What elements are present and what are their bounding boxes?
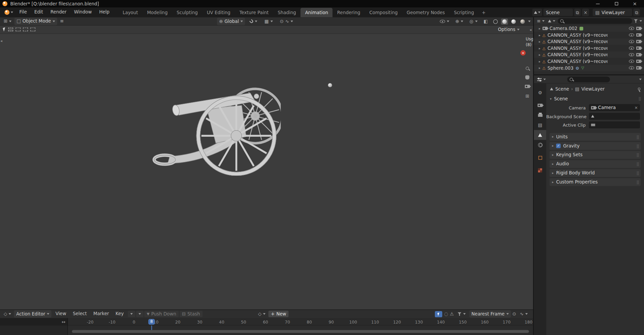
new-viewlayer-button[interactable]: ⧉ [634,9,640,16]
snap-mode-dropdown[interactable]: Nearest Frame [469,310,511,318]
workspace-tab-scripting[interactable]: Scripting [449,8,479,17]
proportional-icon[interactable]: ⊙ [513,311,516,317]
hide-viewport-icon[interactable] [629,66,634,70]
drag-handle-icon[interactable] [636,135,638,139]
tab-render[interactable] [534,100,546,110]
tab-scene[interactable] [534,130,546,140]
chevron-down-icon[interactable] [528,21,531,22]
snapping-toggle[interactable] [248,18,259,25]
tab-texture[interactable] [534,165,546,175]
zoom-icon[interactable] [526,67,529,70]
outliner-row-mesh[interactable]: ▸ CANNON_ASSY (v9~recovered).005 [534,52,644,58]
tab-tool[interactable]: ⚙ [534,88,546,97]
workspace-tab-sculpting[interactable]: Sculpting [172,8,202,17]
menu-key[interactable]: Key [112,310,127,318]
viewport-editor-type-button[interactable]: ⊞ [2,18,14,25]
outliner-row-camera[interactable]: ▸ Camera.002 [534,25,644,32]
shading-rendered-button[interactable] [519,18,526,24]
sidebar-expand-chevron[interactable]: ◂ [530,27,532,31]
shading-solid-button[interactable] [501,18,508,24]
select-mode-intersect-button[interactable] [30,28,35,31]
current-frame-badge[interactable]: 8 [148,319,155,325]
chevron-down-icon[interactable] [639,78,642,80]
disclosure-icon[interactable]: ▸ [539,60,540,63]
hide-viewport-icon[interactable] [629,40,634,43]
pan-hand-icon[interactable] [525,75,529,79]
cannon-model[interactable] [145,87,280,176]
snap-target-dropdown[interactable]: ▦ [262,18,275,25]
hide-render-icon[interactable] [636,53,641,57]
hide-render-icon[interactable] [636,33,641,37]
breadcrumb-viewlayer[interactable]: ViewLayer [581,86,605,92]
hide-render-icon[interactable] [636,46,641,50]
proportional-editing-toggle[interactable]: ⊙∿ [278,18,295,25]
mode-dropdown[interactable]: □Object Mode [14,18,57,25]
playhead-line[interactable] [151,326,152,330]
workspace-tab-compositing[interactable]: Compositing [365,8,402,17]
workspace-tab-layout[interactable]: Layout [118,8,143,17]
menu-view[interactable]: View [52,310,69,318]
extrapolation-dropdown[interactable]: ∿ [518,310,530,318]
chevron-down-icon[interactable] [640,20,642,22]
section-units[interactable]: ▸ Units [550,133,641,141]
menu-select[interactable]: Select [70,310,90,318]
pin-icon[interactable] [638,88,640,90]
workspace-tab-shading[interactable]: Shading [273,8,301,17]
drag-handle-icon[interactable] [636,171,638,175]
camera-field[interactable]: Camera × [589,104,640,111]
display-mode-dropdown[interactable] [547,17,556,25]
disclosure-icon[interactable]: ▸ [539,40,540,43]
maximize-button[interactable] [607,0,626,7]
section-gravity[interactable]: ▸ Gravity [550,142,641,150]
tab-output[interactable] [534,110,546,120]
overlays-dropdown[interactable]: ◎ [467,18,480,25]
browse-scene-button[interactable] [532,9,542,16]
close-button[interactable]: × [626,0,644,7]
outliner-search-input[interactable] [558,18,632,24]
properties-editor-type-button[interactable] [536,75,547,83]
menu-edit[interactable]: Edit [31,7,47,17]
minimize-button[interactable] [589,0,607,7]
menu-help[interactable]: Help [96,7,113,17]
only-selected-toggle[interactable] [435,311,443,317]
dope-sheet-channels[interactable] [0,326,533,335]
viewport-menus-collapsed-button[interactable]: ≡ [58,18,66,25]
hide-viewport-icon[interactable] [629,53,634,57]
viewlayer-name-field[interactable]: ▤ViewLayer [593,9,632,16]
hide-render-icon[interactable] [636,60,641,63]
outliner-editor-type-button[interactable]: ≡ [536,17,545,25]
select-tool-icon[interactable] [3,27,6,32]
workspace-tab-texture-paint[interactable]: Texture Paint [235,8,273,17]
dopesheet-mode-dropdown[interactable]: Action Editor [14,310,51,318]
disclosure-icon[interactable]: ▸ [539,33,540,37]
drag-handle-icon[interactable] [636,162,638,166]
layer-next-dropdown[interactable] [136,311,144,317]
menu-render[interactable]: Render [47,7,70,17]
outliner-row-mesh[interactable]: ▸ CANNON_ASSY (v9~recovered).001 [534,32,644,38]
drag-handle-icon[interactable] [639,97,641,101]
menu-file[interactable]: File [15,7,31,17]
select-mode-new-button[interactable] [8,28,13,31]
outliner-row-mesh[interactable]: ▸ CANNON_ASSY (v9~recovered).003 [534,45,644,52]
active-clip-field[interactable] [589,122,640,129]
outliner-row-mesh[interactable]: ▸ CANNON_ASSY (v9~recovered).006 [534,58,644,65]
workspace-tab-geometry-nodes[interactable]: Geometry Nodes [402,8,449,17]
resize-arrows-icon[interactable]: ↔ [62,319,65,325]
stash-button[interactable]: ⊟Stash [180,311,202,317]
toolbar-expand-chevron[interactable]: ◂ [0,39,2,43]
hide-viewport-icon[interactable] [629,33,634,37]
hide-viewport-icon[interactable] [629,27,634,30]
hide-render-icon[interactable] [636,27,641,30]
horizontal-scrollbar[interactable] [72,330,529,333]
gravity-checkbox[interactable] [556,144,561,148]
tab-world[interactable] [534,140,546,150]
show-errors-icon[interactable]: ⚠ [450,311,454,317]
layer-prev-dropdown[interactable] [128,311,135,317]
select-mode-subtract-button[interactable] [23,28,28,31]
section-keying-sets[interactable]: ▸ Keying Sets [550,151,641,159]
add-workspace-button[interactable]: + [479,10,489,15]
workspace-tab-animation[interactable]: Animation [301,8,333,17]
clear-icon[interactable]: × [635,105,638,110]
hide-viewport-icon[interactable] [629,60,634,63]
outliner-row-mesh[interactable]: ▸ CANNON_ASSY (v9~recovered).002 [534,38,644,45]
